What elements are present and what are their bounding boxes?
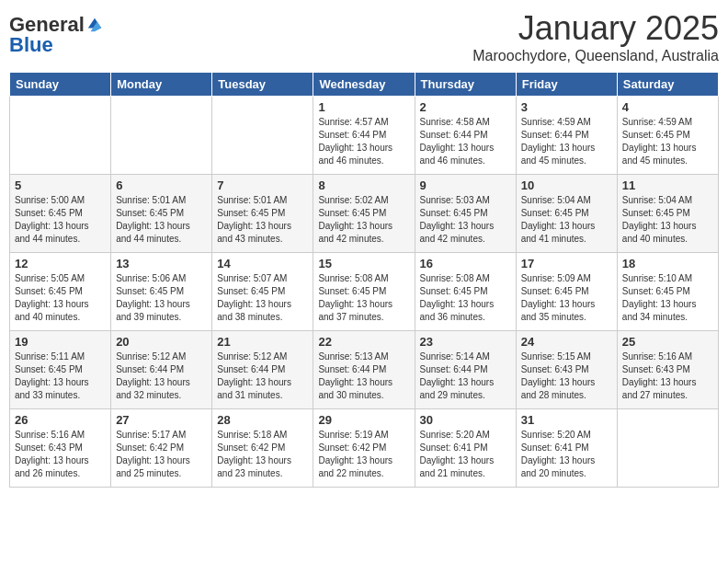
day-info: Sunrise: 5:19 AM Sunset: 6:42 PM Dayligh…	[318, 429, 409, 480]
day-number: 6	[116, 178, 207, 192]
day-number: 24	[521, 335, 612, 349]
day-cell	[10, 97, 111, 175]
day-number: 21	[217, 335, 308, 349]
day-cell	[111, 97, 212, 175]
title-block: January 2025 Maroochydore, Queensland, A…	[472, 9, 719, 64]
day-cell: 10Sunrise: 5:04 AM Sunset: 6:45 PM Dayli…	[516, 175, 617, 253]
day-cell: 15Sunrise: 5:08 AM Sunset: 6:45 PM Dayli…	[313, 253, 415, 331]
day-cell: 13Sunrise: 5:06 AM Sunset: 6:45 PM Dayli…	[111, 253, 212, 331]
day-info: Sunrise: 5:14 AM Sunset: 6:44 PM Dayligh…	[420, 350, 511, 402]
week-row-3: 12Sunrise: 5:05 AM Sunset: 6:45 PM Dayli…	[10, 253, 719, 331]
day-cell: 17Sunrise: 5:09 AM Sunset: 6:45 PM Dayli…	[516, 253, 617, 331]
day-info: Sunrise: 5:11 AM Sunset: 6:45 PM Dayligh…	[15, 350, 106, 402]
logo: General Blue	[9, 9, 105, 57]
day-number: 9	[420, 178, 511, 192]
day-cell: 28Sunrise: 5:18 AM Sunset: 6:42 PM Dayli…	[212, 409, 313, 488]
day-number: 15	[318, 257, 409, 270]
day-cell: 4Sunrise: 4:59 AM Sunset: 6:45 PM Daylig…	[617, 97, 718, 175]
day-cell: 14Sunrise: 5:07 AM Sunset: 6:45 PM Dayli…	[212, 253, 313, 331]
day-info: Sunrise: 5:08 AM Sunset: 6:45 PM Dayligh…	[420, 272, 511, 324]
day-number: 3	[521, 100, 612, 114]
day-number: 14	[217, 257, 308, 270]
day-cell: 7Sunrise: 5:01 AM Sunset: 6:45 PM Daylig…	[212, 175, 313, 253]
location-title: Maroochydore, Queensland, Australia	[472, 48, 719, 64]
day-info: Sunrise: 5:01 AM Sunset: 6:45 PM Dayligh…	[217, 194, 308, 246]
day-cell: 27Sunrise: 5:17 AM Sunset: 6:42 PM Dayli…	[111, 409, 212, 488]
day-info: Sunrise: 4:58 AM Sunset: 6:44 PM Dayligh…	[420, 116, 511, 167]
day-number: 1	[318, 100, 409, 114]
day-info: Sunrise: 5:20 AM Sunset: 6:41 PM Dayligh…	[420, 429, 511, 480]
day-info: Sunrise: 5:10 AM Sunset: 6:45 PM Dayligh…	[622, 272, 713, 324]
day-cell: 30Sunrise: 5:20 AM Sunset: 6:41 PM Dayli…	[415, 409, 516, 488]
day-cell: 1Sunrise: 4:57 AM Sunset: 6:44 PM Daylig…	[313, 97, 415, 175]
day-cell: 2Sunrise: 4:58 AM Sunset: 6:44 PM Daylig…	[415, 97, 516, 175]
day-cell: 29Sunrise: 5:19 AM Sunset: 6:42 PM Dayli…	[313, 409, 415, 488]
week-row-2: 5Sunrise: 5:00 AM Sunset: 6:45 PM Daylig…	[10, 175, 719, 253]
day-cell: 18Sunrise: 5:10 AM Sunset: 6:45 PM Dayli…	[617, 253, 718, 331]
day-number: 22	[318, 335, 409, 349]
day-cell: 16Sunrise: 5:08 AM Sunset: 6:45 PM Dayli…	[415, 253, 516, 331]
month-title: January 2025	[472, 9, 719, 48]
day-number: 28	[217, 413, 308, 427]
day-cell: 9Sunrise: 5:03 AM Sunset: 6:45 PM Daylig…	[415, 175, 516, 253]
day-info: Sunrise: 5:17 AM Sunset: 6:42 PM Dayligh…	[116, 429, 207, 480]
day-info: Sunrise: 5:07 AM Sunset: 6:45 PM Dayligh…	[217, 272, 308, 324]
day-cell: 20Sunrise: 5:12 AM Sunset: 6:44 PM Dayli…	[111, 331, 212, 409]
weekday-header-sunday: Sunday	[10, 73, 111, 97]
day-number: 11	[622, 178, 713, 192]
calendar-table: SundayMondayTuesdayWednesdayThursdayFrid…	[9, 72, 719, 488]
day-info: Sunrise: 5:02 AM Sunset: 6:45 PM Dayligh…	[318, 194, 409, 246]
day-number: 27	[116, 413, 207, 427]
day-info: Sunrise: 5:03 AM Sunset: 6:45 PM Dayligh…	[420, 194, 511, 246]
day-cell: 26Sunrise: 5:16 AM Sunset: 6:43 PM Dayli…	[10, 409, 111, 488]
day-info: Sunrise: 4:59 AM Sunset: 6:44 PM Dayligh…	[521, 116, 612, 167]
day-cell: 23Sunrise: 5:14 AM Sunset: 6:44 PM Dayli…	[415, 331, 516, 409]
day-info: Sunrise: 5:09 AM Sunset: 6:45 PM Dayligh…	[521, 272, 612, 324]
day-info: Sunrise: 5:08 AM Sunset: 6:45 PM Dayligh…	[318, 272, 409, 324]
day-info: Sunrise: 5:16 AM Sunset: 6:43 PM Dayligh…	[15, 429, 106, 480]
weekday-header-thursday: Thursday	[415, 73, 516, 97]
day-cell: 5Sunrise: 5:00 AM Sunset: 6:45 PM Daylig…	[10, 175, 111, 253]
day-number: 31	[521, 413, 612, 427]
day-cell: 24Sunrise: 5:15 AM Sunset: 6:43 PM Dayli…	[516, 331, 617, 409]
day-number: 12	[15, 257, 106, 270]
day-info: Sunrise: 5:16 AM Sunset: 6:43 PM Dayligh…	[622, 350, 713, 402]
day-info: Sunrise: 5:15 AM Sunset: 6:43 PM Dayligh…	[521, 350, 612, 402]
day-number: 17	[521, 257, 612, 270]
day-number: 23	[420, 335, 511, 349]
day-info: Sunrise: 5:13 AM Sunset: 6:44 PM Dayligh…	[318, 350, 409, 402]
day-number: 30	[420, 413, 511, 427]
day-number: 8	[318, 178, 409, 192]
day-number: 18	[622, 257, 713, 270]
weekday-header-saturday: Saturday	[617, 73, 718, 97]
day-number: 19	[15, 335, 106, 349]
day-cell	[212, 97, 313, 175]
weekday-header-tuesday: Tuesday	[212, 73, 313, 97]
day-cell: 25Sunrise: 5:16 AM Sunset: 6:43 PM Dayli…	[617, 331, 718, 409]
weekday-header-row: SundayMondayTuesdayWednesdayThursdayFrid…	[10, 73, 719, 97]
day-info: Sunrise: 4:59 AM Sunset: 6:45 PM Dayligh…	[622, 116, 713, 167]
day-info: Sunrise: 5:01 AM Sunset: 6:45 PM Dayligh…	[116, 194, 207, 246]
week-row-4: 19Sunrise: 5:11 AM Sunset: 6:45 PM Dayli…	[10, 331, 719, 409]
week-row-5: 26Sunrise: 5:16 AM Sunset: 6:43 PM Dayli…	[10, 409, 719, 488]
day-info: Sunrise: 5:12 AM Sunset: 6:44 PM Dayligh…	[217, 350, 308, 402]
day-number: 29	[318, 413, 409, 427]
day-cell: 19Sunrise: 5:11 AM Sunset: 6:45 PM Dayli…	[10, 331, 111, 409]
day-cell: 22Sunrise: 5:13 AM Sunset: 6:44 PM Dayli…	[313, 331, 415, 409]
week-row-1: 1Sunrise: 4:57 AM Sunset: 6:44 PM Daylig…	[10, 97, 719, 175]
day-cell: 8Sunrise: 5:02 AM Sunset: 6:45 PM Daylig…	[313, 175, 415, 253]
day-number: 13	[116, 257, 207, 270]
day-number: 26	[15, 413, 106, 427]
day-info: Sunrise: 4:57 AM Sunset: 6:44 PM Dayligh…	[318, 116, 409, 167]
logo-blue: Blue	[9, 33, 53, 56]
day-cell: 3Sunrise: 4:59 AM Sunset: 6:44 PM Daylig…	[516, 97, 617, 175]
day-number: 7	[217, 178, 308, 192]
day-cell: 6Sunrise: 5:01 AM Sunset: 6:45 PM Daylig…	[111, 175, 212, 253]
day-info: Sunrise: 5:20 AM Sunset: 6:41 PM Dayligh…	[521, 429, 612, 480]
day-cell: 31Sunrise: 5:20 AM Sunset: 6:41 PM Dayli…	[516, 409, 617, 488]
weekday-header-monday: Monday	[111, 73, 212, 97]
day-info: Sunrise: 5:12 AM Sunset: 6:44 PM Dayligh…	[116, 350, 207, 402]
day-info: Sunrise: 5:18 AM Sunset: 6:42 PM Dayligh…	[217, 429, 308, 480]
day-number: 16	[420, 257, 511, 270]
day-info: Sunrise: 5:00 AM Sunset: 6:45 PM Dayligh…	[15, 194, 106, 246]
